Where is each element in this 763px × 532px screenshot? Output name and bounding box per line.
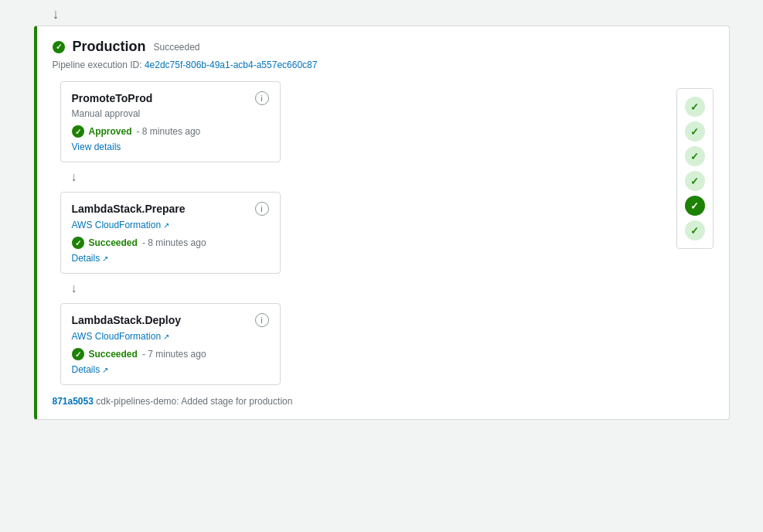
action-card-promote-to-prod: PromoteToProd i Manual approval Approved… xyxy=(60,81,281,162)
sidebar-check-4: ✓ xyxy=(685,171,705,191)
sidebar-check-3: ✓ xyxy=(685,146,705,166)
sidebar-check-icon-1: ✓ xyxy=(690,101,699,113)
sidebar-check-6: ✓ xyxy=(685,220,705,240)
action-title-1: PromoteToProd xyxy=(72,92,153,104)
action-status-row-3: Succeeded - 7 minutes ago xyxy=(72,348,269,360)
status-dot-2 xyxy=(72,237,84,249)
sidebar-checks: ✓ ✓ ✓ ✓ ✓ ✓ xyxy=(676,88,714,249)
stage-body: PromoteToProd i Manual approval Approved… xyxy=(53,81,714,385)
action-link-3[interactable]: Details ↗ xyxy=(72,364,109,375)
status-dot-1 xyxy=(72,125,84,138)
action-status-row-2: Succeeded - 8 minutes ago xyxy=(72,237,269,249)
cloudformation-row-2: AWS CloudFormation ↗ xyxy=(72,219,269,230)
status-dot-3 xyxy=(72,348,84,360)
status-label-1: Approved xyxy=(89,126,132,137)
action-link-1[interactable]: View details xyxy=(72,142,121,152)
commit-row: 871a5053 cdk-pipelines-demo: Added stage… xyxy=(53,396,714,407)
action-title-2: LambdaStack.Prepare xyxy=(72,203,186,215)
info-icon-2[interactable]: i xyxy=(255,202,269,216)
sidebar-check-icon-2: ✓ xyxy=(690,126,699,138)
commit-message: cdk-pipelines-demo: Added stage for prod… xyxy=(96,396,292,407)
page-container: ↓ Production Succeeded Pipeline executio… xyxy=(0,0,763,426)
stage-header: Production Succeeded xyxy=(53,39,714,55)
action-card-lambda-prepare: LambdaStack.Prepare i AWS CloudFormation… xyxy=(60,192,281,274)
sidebar-check-1: ✓ xyxy=(685,97,705,117)
action-card-header-1: PromoteToProd i xyxy=(72,91,269,105)
details-ext-icon-3: ↗ xyxy=(102,366,108,374)
action-status-row-1: Approved - 8 minutes ago xyxy=(72,125,269,138)
cloudformation-link-2[interactable]: AWS CloudFormation ↗ xyxy=(72,220,170,230)
sidebar-check-icon-6: ✓ xyxy=(690,225,699,237)
execution-id-row: Pipeline execution ID: 4e2dc75f-806b-49a… xyxy=(53,60,714,70)
execution-id-link[interactable]: 4e2dc75f-806b-49a1-acb4-a557ec660c87 xyxy=(145,60,318,70)
top-connector-arrow: ↓ xyxy=(34,6,730,22)
external-link-icon-2: ↗ xyxy=(163,221,169,230)
cloudformation-row-3: AWS CloudFormation ↗ xyxy=(72,330,269,342)
info-icon-3[interactable]: i xyxy=(255,313,269,327)
sidebar-check-icon-5: ✓ xyxy=(690,200,699,212)
details-ext-icon-2: ↗ xyxy=(102,254,108,263)
action-card-lambda-deploy: LambdaStack.Deploy i AWS CloudFormation … xyxy=(60,303,281,385)
sidebar-check-2: ✓ xyxy=(685,121,705,142)
connector-arrow-1: ↓ xyxy=(71,170,77,184)
stage-title: Production xyxy=(73,39,146,55)
action-link-2[interactable]: Details ↗ xyxy=(72,253,109,264)
status-label-2: Succeeded xyxy=(89,237,138,248)
status-time-3: - 7 minutes ago xyxy=(142,349,206,360)
commit-hash-link[interactable]: 871a5053 xyxy=(53,396,94,407)
sidebar-check-icon-4: ✓ xyxy=(690,176,699,187)
cloudformation-link-3[interactable]: AWS CloudFormation ↗ xyxy=(72,331,170,342)
action-title-3: LambdaStack.Deploy xyxy=(72,314,182,326)
action-subtitle-1: Manual approval xyxy=(72,108,269,119)
status-time-2: - 8 minutes ago xyxy=(142,237,206,248)
action-card-header-3: LambdaStack.Deploy i xyxy=(72,313,269,327)
external-link-icon-3: ↗ xyxy=(163,332,169,341)
sidebar-check-icon-3: ✓ xyxy=(690,151,699,162)
stage-status-badge: Succeeded xyxy=(154,42,200,53)
info-icon-1[interactable]: i xyxy=(255,91,269,105)
production-stage: Production Succeeded Pipeline execution … xyxy=(34,26,730,420)
status-label-3: Succeeded xyxy=(89,349,138,360)
sidebar-check-5: ✓ xyxy=(685,196,705,216)
stage-status-dot xyxy=(53,41,65,53)
action-card-header-2: LambdaStack.Prepare i xyxy=(72,202,269,216)
connector-arrow-2: ↓ xyxy=(71,281,77,295)
status-time-1: - 8 minutes ago xyxy=(137,126,201,137)
